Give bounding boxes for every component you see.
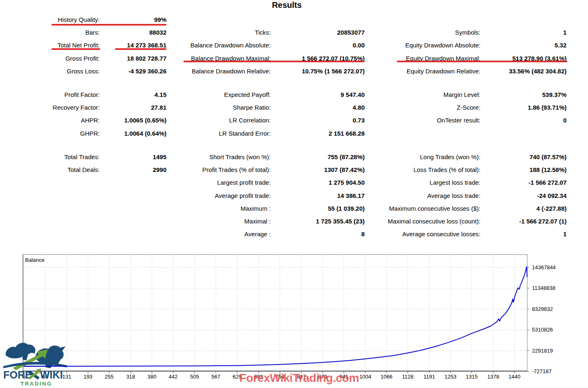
x-axis-label: 1253: [439, 374, 462, 380]
stat-label: AHPR:: [0, 114, 100, 127]
stat-value: 1.0064 (0.64%): [103, 127, 166, 140]
stat-value: 27.81: [103, 101, 166, 114]
stat-value: 0.00: [274, 39, 365, 52]
stat-row: Profit Factor:4.15Expected Payoff:9 547.…: [0, 88, 588, 101]
highlight-underline-equity-drawdown-maximal: [397, 61, 567, 62]
stat-label: Average profit trade:: [169, 189, 271, 202]
y-axis-label: 11348838: [532, 285, 555, 291]
stat-label: GHPR:: [0, 127, 100, 140]
logo-word-trading: TRADING: [21, 381, 52, 387]
stat-value: 188 (12.58%): [484, 163, 567, 176]
stat-value: 4 (-227.88): [484, 202, 567, 215]
x-axis-label: 1315: [460, 374, 483, 380]
stat-label: Maximum :: [169, 202, 271, 215]
balance-curve: [24, 267, 527, 367]
plot-border: [23, 255, 527, 372]
stat-label: Profit Trades (% of total):: [169, 163, 271, 176]
stat-row: Average :8Average consecutive losses:1: [0, 228, 588, 240]
stat-label: Maximal consecutive loss (count):: [367, 215, 480, 228]
stat-label: Total Deals:: [0, 163, 100, 176]
stat-label: Average loss trade:: [367, 189, 480, 202]
stat-row: Total Deals:2990Profit Trades (% of tota…: [0, 163, 588, 176]
stat-label: Balance Drawdown Absolute:: [169, 39, 271, 52]
stat-value: -1 566 272.07 (1): [484, 215, 567, 228]
x-axis-label: 318: [119, 374, 142, 380]
stat-value: 740 (87.57%): [484, 150, 567, 163]
stat-label: Gross Profit:: [0, 52, 100, 65]
stat-label: Loss Trades (% of total):: [367, 163, 480, 176]
stat-value: 4.15: [103, 88, 166, 101]
stat-value: 755 (87.28%): [274, 150, 365, 163]
x-axis-label: 1128: [396, 374, 419, 380]
stat-value: 10.75% (1 566 272.07): [274, 65, 365, 78]
x-axis-label: 505: [183, 374, 206, 380]
stat-value: 1: [484, 228, 567, 240]
watermark-text: ForexWikiTrading.com: [239, 372, 359, 385]
stat-row: Maximum :55 (1 039.20)Maximum consecutiv…: [0, 202, 588, 215]
x-axis-label: 1191: [418, 374, 441, 380]
stat-label: Equity Drawdown Maximal:: [367, 52, 480, 65]
stat-value: 1.86 (93.71%): [484, 101, 567, 114]
stat-value: 1 275 904.50: [274, 176, 365, 189]
stat-value: 33.56% (482 304.82): [484, 65, 567, 78]
stat-label: Bars:: [0, 26, 100, 39]
stat-label: Gross Loss:: [0, 65, 100, 78]
balance-chart: Balance 66813119325531838044250556762969…: [23, 254, 571, 383]
stats-group-3: Total Trades:1495Short Trades (won %):75…: [0, 150, 588, 240]
stat-value: 5.32: [484, 39, 567, 52]
stat-label: OnTester result:: [367, 114, 480, 127]
stat-row: Largest profit trade:1 275 904.50Largest…: [0, 176, 588, 189]
stat-label: Largest loss trade:: [367, 176, 480, 189]
x-axis-label: 1440: [503, 374, 526, 380]
stat-value: 88032: [103, 26, 166, 39]
stat-value: 14 386.17: [274, 189, 365, 202]
stat-value: 55 (1 039.20): [274, 202, 365, 215]
stats-table: History Quality:99%Bars:88032Ticks:20853…: [0, 0, 588, 247]
stat-row: Recovery Factor:27.81Sharpe Ratio:4.80Z-…: [0, 101, 588, 114]
stat-label: Equity Drawdown Absolute:: [367, 39, 480, 52]
stat-label: Z-Score:: [367, 101, 480, 114]
stat-row: Gross Loss:-4 529 360.26Balance Drawdown…: [0, 65, 588, 78]
stat-label: LR Standard Error:: [169, 127, 271, 140]
x-axis-label: 1066: [375, 374, 398, 380]
stat-label: Margin Level:: [367, 88, 480, 101]
stat-value: 1495: [103, 150, 166, 163]
y-axis-label: 8329832: [532, 306, 555, 312]
x-axis-label: 567: [204, 374, 227, 380]
stat-value: 0.73: [274, 114, 365, 127]
x-axis-label: 255: [98, 374, 121, 380]
x-axis-label: 380: [141, 374, 164, 380]
stat-label: Average :: [169, 228, 271, 240]
stat-value: -4 529 360.26: [103, 65, 166, 78]
balance-curve-overlay: [23, 366, 69, 367]
x-axis-label: 442: [162, 374, 185, 380]
stat-value: 1 725 355.45 (23): [274, 215, 365, 228]
stat-label: Equity Drawdown Relative:: [367, 65, 480, 78]
x-axis-label: 193: [77, 374, 100, 380]
stat-value: 1 566 272.07 (10.75%): [274, 52, 365, 65]
stat-label: Maximal :: [169, 215, 271, 228]
stat-label: Sharpe Ratio:: [169, 101, 271, 114]
balance-plot: [23, 254, 531, 375]
stat-label: Largest profit trade:: [169, 176, 271, 189]
stat-label: Symbols:: [367, 26, 480, 39]
stat-label: Short Trades (won %):: [169, 150, 271, 163]
stat-value: 539.37%: [484, 88, 567, 101]
stat-label: Balance Drawdown Relative:: [169, 65, 271, 78]
stat-label: Long Trades (won %):: [367, 150, 480, 163]
forex-wiki-logo: FORE WIKI TRADING: [2, 339, 68, 388]
y-axis-label: 2291819: [532, 348, 555, 354]
highlight-underline-total-net-profit-value: [115, 48, 166, 50]
stat-row: Gross Profit:18 802 728.77Balance Drawdo…: [0, 52, 588, 65]
bear-icon: [6, 343, 35, 360]
stat-value: 2990: [103, 163, 166, 176]
stat-row: Total Trades:1495Short Trades (won %):75…: [0, 150, 588, 163]
stat-value: 9 547.40: [274, 88, 365, 101]
highlight-underline-history-quality: [52, 24, 166, 26]
stat-label: Recovery Factor:: [0, 101, 100, 114]
y-axis-label: 5310826: [532, 327, 555, 333]
stat-label: Expected Payoff:: [169, 88, 271, 101]
stat-row: Bars:88032Ticks:20853077Symbols:1: [0, 26, 588, 39]
logo-word-wiki: WIKI: [40, 369, 63, 381]
stat-row: Average profit trade:14 386.17Average lo…: [0, 189, 588, 202]
